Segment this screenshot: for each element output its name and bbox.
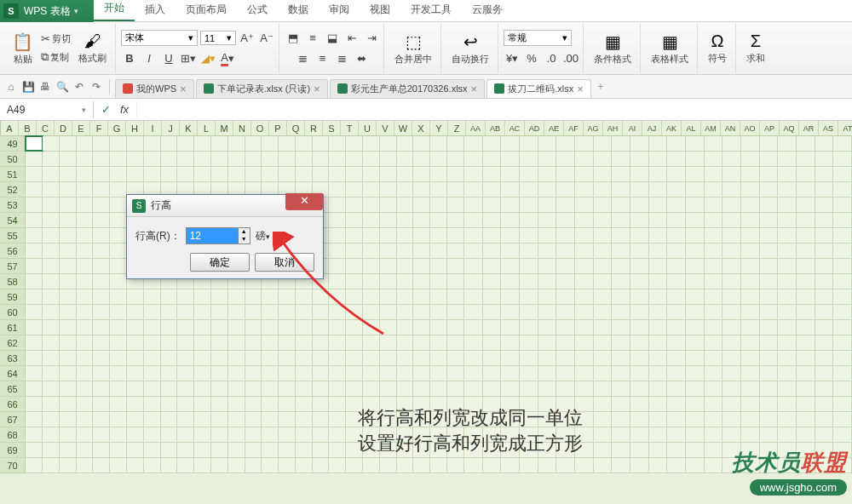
cell[interactable] bbox=[686, 289, 705, 304]
cell[interactable] bbox=[612, 243, 630, 258]
cell[interactable] bbox=[144, 167, 161, 181]
cell[interactable] bbox=[520, 213, 538, 227]
cell[interactable] bbox=[313, 412, 330, 427]
cell[interactable] bbox=[667, 427, 686, 442]
cell[interactable] bbox=[797, 397, 815, 411]
cell[interactable] bbox=[329, 381, 346, 396]
cell[interactable] bbox=[741, 320, 760, 335]
border-button[interactable]: ⊞▾ bbox=[180, 50, 197, 67]
cell[interactable] bbox=[313, 289, 330, 304]
row-header[interactable]: 52 bbox=[0, 182, 26, 197]
cell[interactable] bbox=[363, 213, 380, 227]
column-header[interactable]: AL bbox=[682, 121, 701, 135]
cell[interactable] bbox=[833, 182, 852, 197]
cell[interactable] bbox=[93, 320, 110, 335]
cell[interactable] bbox=[228, 289, 245, 304]
cell[interactable] bbox=[296, 351, 313, 365]
cell[interactable] bbox=[501, 136, 520, 151]
tab-view[interactable]: 视图 bbox=[360, 0, 400, 21]
cell[interactable] bbox=[594, 167, 613, 181]
cell[interactable] bbox=[833, 274, 852, 289]
cell[interactable] bbox=[575, 351, 594, 365]
cell[interactable] bbox=[228, 152, 245, 166]
cell[interactable] bbox=[722, 305, 741, 319]
cell[interactable] bbox=[667, 136, 686, 151]
cell[interactable] bbox=[667, 182, 686, 197]
cell[interactable] bbox=[833, 335, 852, 350]
cell[interactable] bbox=[430, 289, 447, 304]
cell[interactable] bbox=[430, 274, 447, 289]
cell[interactable] bbox=[43, 167, 60, 181]
cell[interactable] bbox=[501, 228, 520, 243]
tab-cloud[interactable]: 云服务 bbox=[462, 0, 513, 21]
cell[interactable] bbox=[245, 351, 262, 365]
column-header[interactable]: R bbox=[305, 121, 323, 135]
cell[interactable] bbox=[211, 289, 228, 304]
cell[interactable] bbox=[815, 182, 834, 197]
cell[interactable] bbox=[520, 167, 538, 181]
cell[interactable] bbox=[501, 366, 520, 381]
cell[interactable] bbox=[722, 182, 741, 197]
cell[interactable] bbox=[538, 182, 557, 197]
cell[interactable] bbox=[296, 152, 313, 166]
cell[interactable] bbox=[630, 243, 649, 258]
cell[interactable] bbox=[110, 213, 127, 227]
cell[interactable] bbox=[228, 397, 245, 411]
cell[interactable] bbox=[161, 289, 178, 304]
cell[interactable] bbox=[60, 335, 77, 350]
cell[interactable] bbox=[797, 427, 815, 442]
cell[interactable] bbox=[464, 274, 483, 289]
cell[interactable] bbox=[363, 335, 380, 350]
cell[interactable] bbox=[649, 397, 668, 411]
cell[interactable] bbox=[60, 182, 77, 197]
merge-center-button[interactable]: ⬚ 合并居中 bbox=[389, 30, 437, 67]
cell[interactable] bbox=[630, 228, 649, 243]
cell[interactable] bbox=[483, 259, 502, 273]
cell[interactable] bbox=[778, 289, 797, 304]
cell[interactable] bbox=[520, 305, 538, 319]
cell[interactable] bbox=[538, 366, 557, 381]
doc-tab-home[interactable]: 我的WPS × bbox=[115, 79, 194, 98]
cell[interactable] bbox=[77, 427, 94, 442]
cell[interactable] bbox=[363, 228, 380, 243]
name-box[interactable]: A49 ▾ bbox=[0, 101, 94, 118]
cell[interactable] bbox=[815, 136, 834, 151]
cell[interactable] bbox=[127, 427, 144, 442]
cell[interactable] bbox=[630, 136, 649, 151]
cell[interactable] bbox=[649, 198, 668, 212]
cell[interactable] bbox=[797, 259, 815, 273]
cell[interactable] bbox=[110, 228, 127, 243]
cell[interactable] bbox=[110, 381, 127, 396]
cell[interactable] bbox=[686, 198, 705, 212]
cell[interactable] bbox=[722, 198, 741, 212]
cell[interactable] bbox=[397, 182, 414, 197]
cell[interactable] bbox=[594, 381, 613, 396]
cell[interactable] bbox=[110, 366, 127, 381]
cell[interactable] bbox=[741, 228, 760, 243]
cell[interactable] bbox=[815, 152, 834, 166]
cell[interactable] bbox=[815, 213, 834, 227]
cell[interactable] bbox=[447, 228, 464, 243]
cell[interactable] bbox=[722, 136, 741, 151]
cell[interactable] bbox=[630, 335, 649, 350]
cell[interactable] bbox=[43, 305, 60, 319]
align-bottom-button[interactable]: ⬓ bbox=[324, 30, 341, 47]
column-header[interactable]: AK bbox=[662, 121, 682, 135]
close-icon[interactable]: × bbox=[180, 83, 187, 95]
cell[interactable] bbox=[329, 397, 346, 411]
cell[interactable] bbox=[363, 305, 380, 319]
cell[interactable] bbox=[612, 182, 630, 197]
cell[interactable] bbox=[110, 397, 127, 411]
cell[interactable] bbox=[797, 366, 815, 381]
cell[interactable] bbox=[245, 335, 262, 350]
cell[interactable] bbox=[594, 182, 613, 197]
cell[interactable] bbox=[127, 289, 144, 304]
cell[interactable] bbox=[127, 443, 144, 457]
row-header[interactable]: 58 bbox=[0, 274, 26, 289]
cell[interactable] bbox=[520, 243, 538, 258]
cell[interactable] bbox=[77, 243, 94, 258]
cell[interactable] bbox=[630, 152, 649, 166]
cell[interactable] bbox=[760, 412, 779, 427]
cell[interactable] bbox=[667, 443, 686, 457]
cell[interactable] bbox=[833, 366, 852, 381]
